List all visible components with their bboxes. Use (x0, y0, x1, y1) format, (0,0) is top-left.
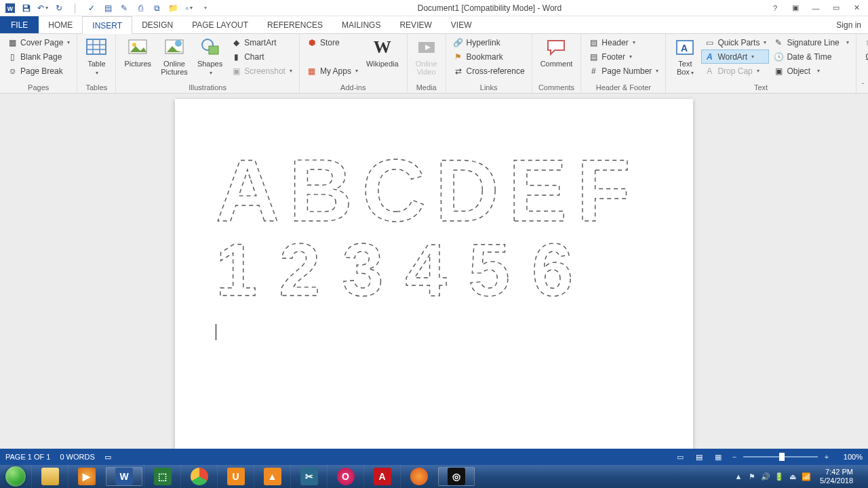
qat-icon-1[interactable]: ⎙ (133, 1, 148, 16)
wordart-button[interactable]: AWordArt▾ (701, 49, 769, 64)
my-apps-button[interactable]: ▦My Apps▾ (304, 64, 361, 78)
pictures-button[interactable]: Pictures (120, 35, 155, 69)
store-button[interactable]: ⬢Store (304, 35, 361, 49)
view-web-layout-icon[interactable]: ▦ (711, 451, 726, 463)
word-icon: W (115, 468, 133, 485)
quick-parts-button[interactable]: ▭Quick Parts▾ (701, 35, 769, 49)
tray-action-center-icon[interactable]: ⚑ (745, 472, 759, 481)
close-icon[interactable]: ✕ (848, 1, 865, 16)
tab-references[interactable]: REFERENCES (258, 16, 332, 33)
restore-icon[interactable]: ▭ (827, 1, 845, 16)
tray-show-hidden-icon[interactable]: ▲ (732, 472, 745, 481)
blank-page-button[interactable]: ▯Blank Page (4, 49, 73, 64)
taskbar-uc[interactable]: U (217, 465, 254, 488)
document-canvas[interactable]: ABCDEF 123456 (0, 94, 868, 449)
folder-icon (41, 468, 59, 485)
view-read-mode-icon[interactable]: ▭ (673, 451, 688, 463)
drop-cap-label: Drop Cap (717, 66, 752, 76)
tray-clock[interactable]: 7:42 PM 5/24/2018 (813, 468, 860, 485)
tab-view[interactable]: VIEW (441, 16, 481, 33)
qat-customize-icon[interactable]: ▾ (198, 1, 213, 16)
taskbar-video-editor[interactable]: ✂ (290, 465, 327, 488)
chart-button[interactable]: ▮Chart (228, 49, 295, 64)
header-button[interactable]: ▤Header▾ (585, 35, 661, 49)
equation-button[interactable]: πEquation▾ (861, 35, 868, 49)
cross-reference-button[interactable]: ⇄Cross-reference (450, 64, 528, 78)
start-button[interactable] (0, 465, 31, 488)
taskbar-opera[interactable]: O (327, 465, 363, 488)
page[interactable]: ABCDEF 123456 (175, 99, 693, 449)
date-time-button[interactable]: 🕓Date & Time (770, 49, 851, 64)
ribbon-display-icon[interactable]: ▣ (787, 1, 804, 16)
sign-in-link[interactable]: Sign in (829, 16, 868, 33)
taskbar-media-player[interactable]: ▶ (68, 465, 104, 488)
taskbar-app-1[interactable]: ⬚ (144, 465, 180, 488)
cover-page-button[interactable]: ▦Cover Page▾ (4, 35, 73, 49)
zoom-in-button[interactable]: + (822, 453, 831, 461)
text-box-button[interactable]: AText Box▾ (670, 35, 700, 79)
page-number-button[interactable]: #Page Number▾ (585, 64, 661, 78)
tab-home[interactable]: HOME (39, 16, 82, 33)
tab-mailings[interactable]: MAILINGS (332, 16, 390, 33)
footer-button[interactable]: ▤Footer▾ (585, 49, 661, 64)
taskbar-chrome[interactable] (180, 465, 217, 488)
taskbar-acrobat[interactable]: A (363, 465, 400, 488)
online-video-button[interactable]: Online Video (412, 35, 441, 77)
minimize-icon[interactable]: — (807, 1, 825, 16)
bookmark-button[interactable]: ⚑Bookmark (450, 49, 528, 64)
tab-review[interactable]: REVIEW (390, 16, 441, 33)
taskbar-explorer[interactable] (31, 465, 68, 488)
table-button[interactable]: Table▾ (81, 35, 111, 79)
tray-safely-remove-icon[interactable]: ⏏ (786, 472, 800, 481)
zoom-percent[interactable]: 100% (835, 453, 863, 461)
open-folder-icon[interactable]: 📁 (165, 1, 180, 16)
page-break-button[interactable]: ⎊Page Break (4, 64, 73, 78)
wikipedia-button[interactable]: WWikipedia (362, 35, 403, 69)
taskbar-firefox[interactable] (400, 465, 437, 488)
view-print-layout-icon[interactable]: ▤ (692, 451, 707, 463)
zoom-out-button[interactable]: − (730, 453, 739, 461)
word-app-icon[interactable]: W (3, 1, 18, 16)
svg-text:123456: 123456 (216, 228, 595, 311)
collapse-ribbon-icon[interactable]: ˆ (862, 83, 864, 90)
tab-file[interactable]: FILE (0, 16, 39, 33)
drop-cap-button[interactable]: ADrop Cap▾ (701, 64, 769, 78)
zoom-slider[interactable] (743, 455, 818, 459)
svg-point-12 (175, 40, 182, 47)
svg-text:A: A (681, 43, 688, 54)
signature-line-button[interactable]: ✎Signature Line▾ (770, 35, 851, 49)
save-icon[interactable] (19, 1, 34, 16)
object-button[interactable]: ▣Object▾ (770, 64, 851, 78)
online-pictures-button[interactable]: Online Pictures (157, 35, 192, 77)
taskbar-word[interactable]: W (106, 467, 142, 486)
help-icon[interactable]: ? (766, 1, 784, 16)
touch-mode-icon[interactable]: ✓ (84, 1, 99, 16)
comment-button[interactable]: Comment (536, 35, 577, 69)
hyperlink-icon: 🔗 (453, 37, 464, 48)
tab-design[interactable]: DESIGN (132, 16, 182, 33)
blank-doc-icon[interactable]: ▫▾ (182, 1, 197, 16)
symbol-button[interactable]: ΩSymbol▾ (861, 49, 868, 64)
smartart-button[interactable]: ◆SmartArt (228, 35, 295, 49)
hyperlink-button[interactable]: 🔗Hyperlink (450, 35, 528, 49)
tray-network-icon[interactable]: 📶 (800, 472, 813, 481)
tray-battery-icon[interactable]: 🔋 (772, 472, 786, 481)
screenshot-button[interactable]: ▣Screenshot▾ (228, 64, 295, 78)
windows-orb-icon (5, 466, 26, 487)
window-title: Document1 [Compatibility Mode] - Word (213, 3, 766, 13)
tray-volume-icon[interactable]: 🔊 (759, 472, 772, 481)
bookmark-icon: ⚑ (453, 52, 464, 62)
new-doc-icon[interactable]: ▤ (100, 1, 115, 16)
taskbar-vlc[interactable]: ▲ (254, 465, 290, 488)
qat-icon-2[interactable]: ⧉ (149, 1, 164, 16)
tab-insert[interactable]: INSERT (82, 16, 132, 34)
redo-icon[interactable]: ↻ (52, 1, 66, 16)
status-page[interactable]: PAGE 1 OF 1 (5, 453, 50, 461)
undo-icon[interactable]: ↶▾ (35, 1, 50, 16)
status-words[interactable]: 0 WORDS (60, 453, 94, 461)
shapes-button[interactable]: Shapes▾ (193, 35, 226, 79)
tab-page-layout[interactable]: PAGE LAYOUT (182, 16, 258, 33)
quick-print-icon[interactable]: ✎ (117, 1, 132, 16)
taskbar-camera[interactable]: ◎ (438, 467, 475, 486)
status-proofing-icon[interactable]: ▭ (104, 453, 111, 462)
